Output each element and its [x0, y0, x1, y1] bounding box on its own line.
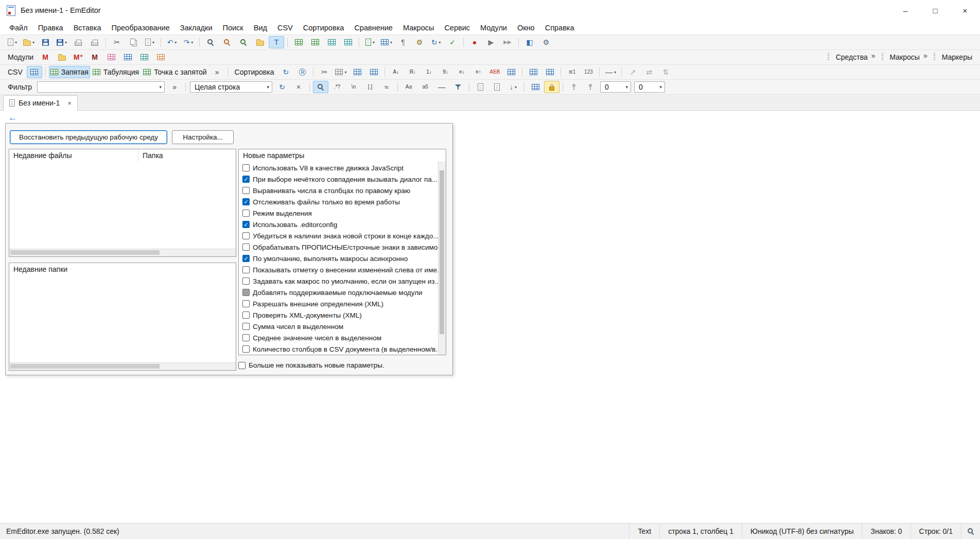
run-macro-button[interactable]: ▶: [483, 36, 499, 48]
new-option-item[interactable]: Проверять XML-документы (XML): [242, 309, 439, 321]
ruler-button[interactable]: ―▾: [603, 66, 618, 78]
option-checkbox[interactable]: ✓: [242, 198, 250, 205]
csv-mode-button[interactable]: [27, 66, 42, 78]
line-numbers-button[interactable]: ≣1: [564, 66, 580, 78]
sort-reload-button[interactable]: Ⓡ: [294, 66, 310, 78]
vertical-scrollbar[interactable]: [438, 161, 446, 355]
option-checkbox[interactable]: [242, 266, 250, 273]
status-line-count[interactable]: Строк: 0/1: [911, 524, 961, 539]
status-encoding[interactable]: Юникод (UTF-8) без сигнатуры: [742, 524, 862, 539]
menu-edit[interactable]: Правка: [33, 22, 68, 33]
csv-grid-1-button[interactable]: [291, 36, 306, 48]
undo-button[interactable]: ↶▾: [164, 36, 180, 48]
horizontal-scrollbar[interactable]: [9, 362, 236, 370]
new-option-item[interactable]: Задавать как макрос по умолчанию, если о…: [242, 275, 439, 287]
option-checkbox[interactable]: [242, 289, 250, 296]
compare-button[interactable]: ◧: [522, 36, 537, 48]
menu-compare[interactable]: Сравнение: [349, 22, 398, 33]
toolbar-grip[interactable]: [934, 53, 935, 61]
save-all-button[interactable]: ▾: [54, 36, 69, 48]
sort-az-asc-button[interactable]: А↓: [388, 66, 404, 78]
option-checkbox[interactable]: ✓: [242, 176, 250, 183]
menu-sort[interactable]: Сортировка: [298, 22, 349, 33]
new-option-item[interactable]: ✓При выборе нечёткого совпадения вызыват…: [242, 173, 439, 185]
delimiter-semicolon-button[interactable]: Точка с запятой: [142, 66, 208, 78]
header-row-button[interactable]: [503, 66, 519, 78]
delete-column-button[interactable]: ✂: [317, 66, 332, 78]
menu-file[interactable]: Файл: [4, 22, 33, 33]
tab-close-icon[interactable]: ×: [67, 99, 72, 107]
sort-length-asc-button[interactable]: ≡↓: [454, 66, 469, 78]
doc-filter-2-button[interactable]: [489, 81, 504, 93]
print-preview-button[interactable]: [87, 36, 102, 48]
module-grid-orange-button[interactable]: [153, 51, 168, 63]
escape-toggle-button[interactable]: \n: [346, 81, 361, 93]
heading-rows[interactable]: 0▾: [600, 81, 631, 93]
match-type-select[interactable]: Целая строка▾: [190, 81, 272, 93]
option-checkbox[interactable]: [242, 232, 250, 239]
lock-toggle-button[interactable]: [544, 81, 559, 93]
modules-folder-button[interactable]: [54, 51, 69, 63]
option-checkbox[interactable]: [242, 300, 250, 307]
status-cursor-position[interactable]: строка 1, столбец 1: [659, 524, 742, 539]
sort-num-desc-button[interactable]: 9↓: [437, 66, 453, 78]
paragraph-marks-button[interactable]: ¶: [395, 36, 411, 48]
csv-grid-2-button[interactable]: [307, 36, 323, 48]
filter-direction-button[interactable]: ↓▾: [505, 81, 521, 93]
option-checkbox[interactable]: [242, 187, 250, 194]
whole-word-toggle-button[interactable]: аб: [417, 81, 433, 93]
insert-column-left-button[interactable]: [349, 66, 365, 78]
restore-workspace-button[interactable]: Восстановить предыдущую рабочую среду: [10, 130, 167, 144]
maximize-button[interactable]: □: [920, 0, 950, 21]
new-option-item[interactable]: Убедиться в наличии знака новой строки в…: [242, 230, 439, 241]
insert-column-right-button[interactable]: [366, 66, 381, 78]
snippets-button[interactable]: ▾: [362, 36, 378, 48]
new-file-button[interactable]: ▾: [5, 36, 20, 48]
option-checkbox[interactable]: [242, 210, 250, 217]
menu-csv[interactable]: CSV: [272, 22, 298, 33]
doc-filter-1-button[interactable]: [472, 81, 488, 93]
find-button[interactable]: [203, 36, 218, 48]
fuzzy-toggle-button[interactable]: ≈: [379, 81, 394, 93]
module-add-button[interactable]: М⁺: [71, 51, 86, 63]
hide-options-checkbox[interactable]: [238, 362, 246, 369]
regex-toggle-button[interactable]: .*?: [329, 81, 345, 93]
status-char-count[interactable]: Знаков: 0: [862, 524, 910, 539]
menu-insert[interactable]: Вставка: [68, 22, 107, 33]
tab-untitled[interactable]: Без имени-1 ×: [3, 95, 78, 111]
zoom-button[interactable]: [961, 524, 980, 539]
menu-view[interactable]: Вид: [249, 22, 272, 33]
back-arrow-icon[interactable]: ←: [8, 113, 17, 123]
redo-button[interactable]: ↷▾: [181, 36, 196, 48]
recent-folders-list[interactable]: Недавние папки: [9, 263, 236, 371]
pin-2-button[interactable]: [583, 81, 598, 93]
close-button[interactable]: ×: [950, 0, 980, 21]
new-option-item[interactable]: Режим выделения: [242, 207, 439, 219]
module-grid-teal-button[interactable]: [136, 51, 152, 63]
filter-input[interactable]: ▾: [37, 81, 165, 93]
sort-num-asc-button[interactable]: 1↓: [421, 66, 436, 78]
print-button[interactable]: [71, 36, 86, 48]
scrollbar-thumb[interactable]: [440, 170, 444, 334]
new-option-item[interactable]: Обрабатывать ПРОПИСНЫЕ/строчные знаки в …: [242, 241, 439, 253]
column-numbers-button[interactable]: 123: [581, 66, 596, 78]
delimiter-comma-button[interactable]: Запятая: [49, 66, 90, 78]
new-option-item[interactable]: ✓По умолчанию, выполнять макросы асинхро…: [242, 253, 439, 264]
paste-button[interactable]: ▾: [142, 36, 157, 48]
option-checkbox[interactable]: [242, 277, 250, 285]
new-option-item[interactable]: Среднее значение чисел в выделенном: [242, 332, 439, 343]
heading-columns[interactable]: 0▾: [634, 81, 665, 93]
new-option-item[interactable]: Использовать V8 в качестве движка JavaSc…: [242, 162, 439, 173]
menu-plugins[interactable]: Модули: [475, 22, 512, 33]
sync-button[interactable]: ↻▾: [428, 36, 444, 48]
menu-tools[interactable]: Сервис: [439, 22, 475, 33]
menu-bookmarks[interactable]: Закладки: [175, 22, 218, 33]
select-column-button[interactable]: ▾: [333, 66, 348, 78]
run-macro-multiple-button[interactable]: ▶▶: [500, 36, 515, 48]
sort-length-desc-button[interactable]: ≡↑: [470, 66, 486, 78]
toolbar-grip[interactable]: [828, 53, 829, 61]
pivot-1-button[interactable]: ↗: [625, 66, 640, 78]
option-checkbox[interactable]: [242, 334, 250, 341]
pivot-3-button[interactable]: ⇅: [658, 66, 673, 78]
option-checkbox[interactable]: [242, 164, 250, 171]
